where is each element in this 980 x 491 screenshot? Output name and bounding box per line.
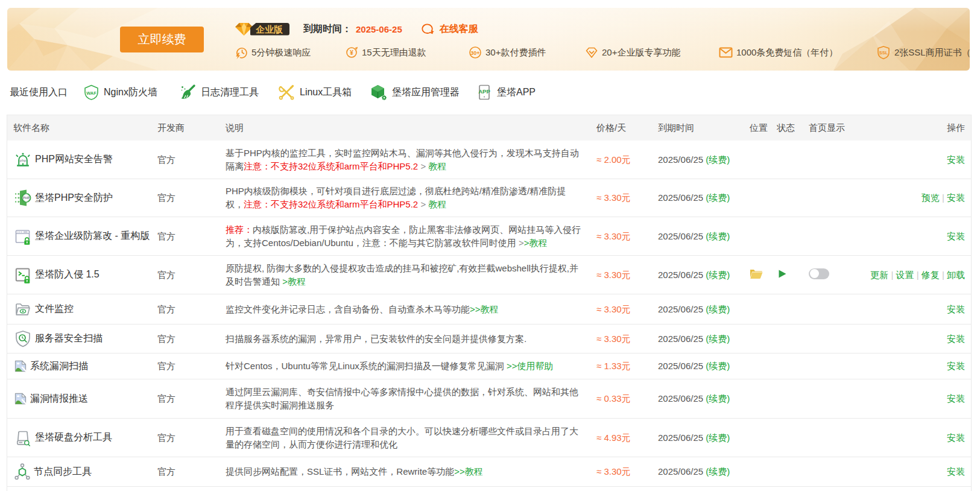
svg-text:¥: ¥: [350, 49, 353, 56]
svg-text:APP: APP: [478, 88, 490, 95]
svg-text:SSL: SSL: [879, 50, 888, 55]
svg-text:PHP: PHP: [23, 196, 30, 200]
svg-text:php: php: [20, 159, 27, 162]
svg-text:30+: 30+: [470, 50, 479, 56]
svg-text:WAF: WAF: [86, 90, 96, 96]
